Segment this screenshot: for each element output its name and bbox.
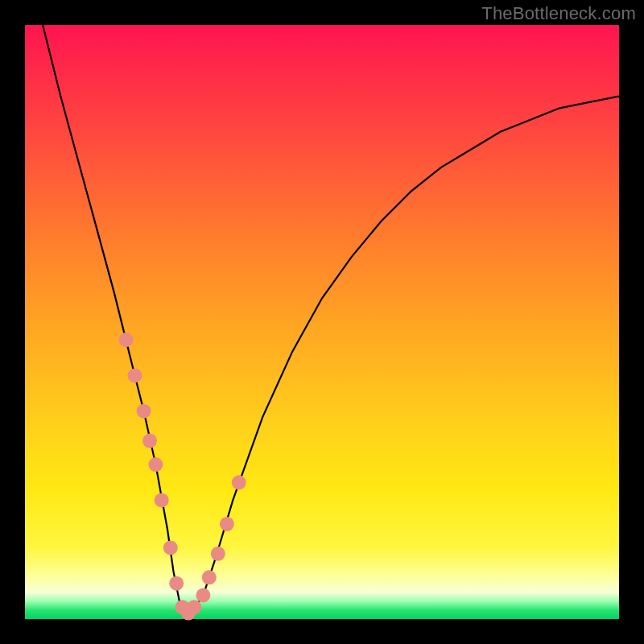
- highlight-dot: [142, 434, 157, 448]
- curve-svg: [25, 25, 619, 619]
- highlight-dot: [163, 540, 178, 555]
- bottleneck-curve: [43, 25, 619, 613]
- highlight-dot: [220, 517, 234, 531]
- highlight-dots-group: [119, 332, 246, 620]
- highlight-dot: [169, 576, 184, 591]
- highlight-dot: [232, 475, 246, 489]
- watermark-text: TheBottleneck.com: [481, 3, 636, 24]
- highlight-dot: [187, 600, 201, 614]
- chart-frame: TheBottleneck.com: [0, 0, 644, 644]
- highlight-dot: [196, 588, 210, 603]
- highlight-dot: [155, 493, 169, 507]
- highlight-dot: [128, 368, 142, 382]
- plot-area: [25, 25, 619, 619]
- highlight-dot: [211, 547, 225, 561]
- highlight-dot: [137, 404, 151, 419]
- highlight-dot: [202, 570, 217, 584]
- highlight-dot: [148, 457, 163, 472]
- highlight-dot: [119, 332, 134, 347]
